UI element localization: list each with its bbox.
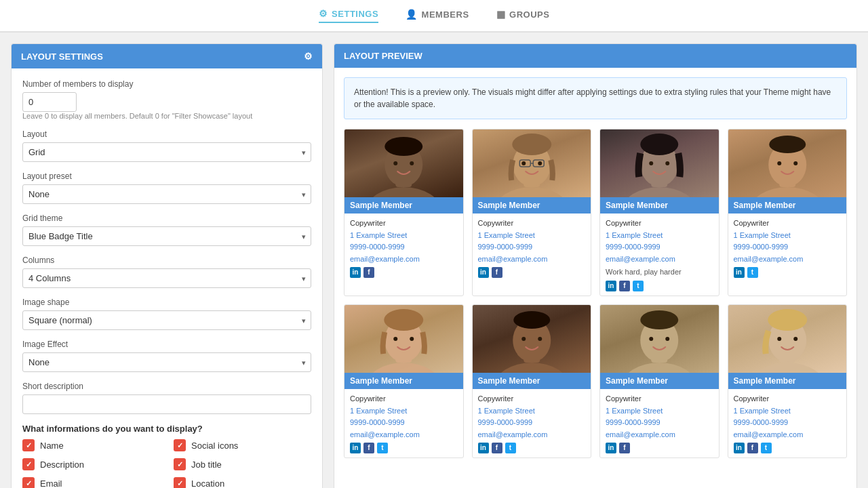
member-phone[interactable]: 9999-0000-9999 — [734, 241, 842, 253]
member-socials: inft — [478, 443, 586, 453]
layout-group: Layout Grid List Filter Showcase ▾ — [22, 129, 311, 162]
short-desc-input[interactable] — [22, 394, 311, 414]
left-panel-header: LAYOUT SETTINGS ⚙ — [12, 44, 322, 68]
checkbox-email-box[interactable]: ✓ — [22, 477, 35, 488]
member-job: Copywriter — [350, 393, 458, 405]
social-tw-icon[interactable]: t — [633, 281, 644, 291]
member-card: Sample Member Copywriter 1 Example Stree… — [344, 304, 464, 458]
preset-group: Layout preset None Preset 1 ▾ — [22, 171, 311, 204]
columns-select[interactable]: 2 Columns 3 Columns 4 Columns 5 Columns — [22, 268, 311, 288]
member-phone[interactable]: 9999-0000-9999 — [734, 417, 842, 429]
checkbox-desc-box[interactable]: ✓ — [22, 458, 35, 470]
svg-point-33 — [494, 363, 569, 373]
member-phone[interactable]: 9999-0000-9999 — [606, 417, 713, 429]
member-email[interactable]: email@example.com — [606, 429, 713, 441]
member-photo — [600, 129, 719, 197]
columns-label: Columns — [22, 256, 311, 265]
settings-icon: ⚙ — [319, 8, 328, 19]
social-li-icon[interactable]: in — [478, 267, 489, 278]
member-address[interactable]: 1 Example Street — [350, 405, 458, 418]
checkbox-location-check: ✓ — [177, 479, 183, 488]
member-address[interactable]: 1 Example Street — [734, 230, 842, 242]
layout-select-wrapper: Grid List Filter Showcase ▾ — [22, 142, 311, 162]
member-photo — [728, 305, 847, 373]
columns-select-wrapper: 2 Columns 3 Columns 4 Columns 5 Columns … — [22, 268, 311, 288]
image-effect-select-wrapper: None Grayscale Sepia ▾ — [22, 352, 311, 372]
member-phone[interactable]: 9999-0000-9999 — [606, 241, 713, 253]
member-email[interactable]: email@example.com — [734, 429, 842, 441]
social-fb-icon[interactable]: f — [492, 443, 502, 453]
social-fb-icon[interactable]: f — [747, 443, 758, 453]
member-socials: inft — [350, 443, 458, 453]
social-li-icon[interactable]: in — [606, 281, 616, 291]
svg-point-36 — [513, 311, 550, 329]
settings-gear-icon[interactable]: ⚙ — [304, 51, 313, 62]
svg-point-25 — [777, 161, 781, 165]
social-li-icon[interactable]: in — [734, 267, 745, 278]
member-address[interactable]: 1 Example Street — [734, 405, 842, 418]
svg-point-44 — [665, 337, 669, 341]
svg-point-31 — [393, 337, 397, 341]
nav-members-label: MEMBERS — [422, 9, 469, 20]
image-shape-select[interactable]: Square (normal) Circle Rounded — [22, 310, 311, 330]
preset-select[interactable]: None Preset 1 — [22, 184, 311, 204]
svg-point-4 — [393, 161, 397, 165]
social-li-icon[interactable]: in — [734, 443, 745, 453]
member-name: Sample Member — [473, 373, 591, 389]
short-desc-label: Short description — [22, 382, 311, 391]
checkbox-social-box[interactable]: ✓ — [174, 439, 186, 451]
member-address[interactable]: 1 Example Street — [606, 405, 713, 418]
checkbox-location-box[interactable]: ✓ — [174, 477, 186, 488]
social-fb-icon[interactable]: f — [492, 267, 502, 278]
social-tw-icon[interactable]: t — [747, 267, 758, 278]
svg-point-24 — [769, 136, 806, 153]
layout-preview-title: LAYOUT PREVIEW — [344, 51, 422, 61]
social-tw-icon[interactable]: t — [505, 443, 516, 453]
svg-point-3 — [384, 137, 422, 156]
grid-theme-select[interactable]: Blue Badge Title Dark Badge Title — [22, 226, 311, 246]
member-phone[interactable]: 9999-0000-9999 — [478, 417, 586, 429]
social-fb-icon[interactable]: f — [619, 443, 630, 453]
checkbox-name-check: ✓ — [26, 441, 32, 450]
image-effect-select[interactable]: None Grayscale Sepia — [22, 352, 311, 372]
member-email[interactable]: email@example.com — [478, 253, 586, 266]
member-card: Sample Member Copywriter 1 Example Stree… — [344, 129, 464, 296]
social-li-icon[interactable]: in — [606, 443, 616, 453]
social-li-icon[interactable]: in — [350, 267, 361, 278]
num-members-input[interactable] — [22, 92, 77, 112]
social-li-icon[interactable]: in — [478, 443, 489, 453]
right-panel: LAYOUT PREVIEW Attention! This is a prev… — [334, 43, 857, 488]
left-panel: LAYOUT SETTINGS ⚙ Number of members to d… — [11, 43, 323, 488]
member-address[interactable]: 1 Example Street — [606, 230, 713, 242]
checkbox-job-box[interactable]: ✓ — [174, 458, 186, 470]
checkbox-name-box[interactable]: ✓ — [22, 439, 35, 451]
layout-select[interactable]: Grid List Filter Showcase — [22, 142, 311, 162]
member-socials: inf — [478, 267, 586, 278]
nav-members[interactable]: 👤 MEMBERS — [406, 9, 469, 22]
member-photo — [473, 305, 591, 373]
member-phone[interactable]: 9999-0000-9999 — [478, 241, 586, 253]
member-address[interactable]: 1 Example Street — [478, 405, 586, 418]
member-email[interactable]: email@example.com — [350, 253, 458, 266]
num-members-label: Number of members to display — [22, 79, 311, 89]
nav-settings[interactable]: ⚙ SETTINGS — [319, 8, 379, 23]
social-tw-icon[interactable]: t — [761, 443, 772, 453]
member-name: Sample Member — [728, 373, 847, 389]
checkbox-email-item: ✓ Email — [22, 477, 160, 488]
social-fb-icon[interactable]: f — [363, 443, 374, 453]
svg-point-18 — [640, 134, 678, 155]
member-email[interactable]: email@example.com — [734, 253, 842, 266]
svg-point-27 — [366, 363, 441, 373]
social-li-icon[interactable]: in — [350, 443, 361, 453]
social-tw-icon[interactable]: t — [377, 443, 388, 453]
nav-groups[interactable]: ▦ GROUPS — [496, 9, 550, 22]
member-phone[interactable]: 9999-0000-9999 — [350, 241, 458, 253]
member-email[interactable]: email@example.com — [350, 429, 458, 441]
member-email[interactable]: email@example.com — [606, 253, 713, 266]
member-address[interactable]: 1 Example Street — [478, 230, 586, 242]
social-fb-icon[interactable]: f — [363, 267, 374, 278]
member-email[interactable]: email@example.com — [478, 429, 586, 441]
member-phone[interactable]: 9999-0000-9999 — [350, 417, 458, 429]
social-fb-icon[interactable]: f — [619, 281, 630, 291]
member-address[interactable]: 1 Example Street — [350, 230, 458, 242]
